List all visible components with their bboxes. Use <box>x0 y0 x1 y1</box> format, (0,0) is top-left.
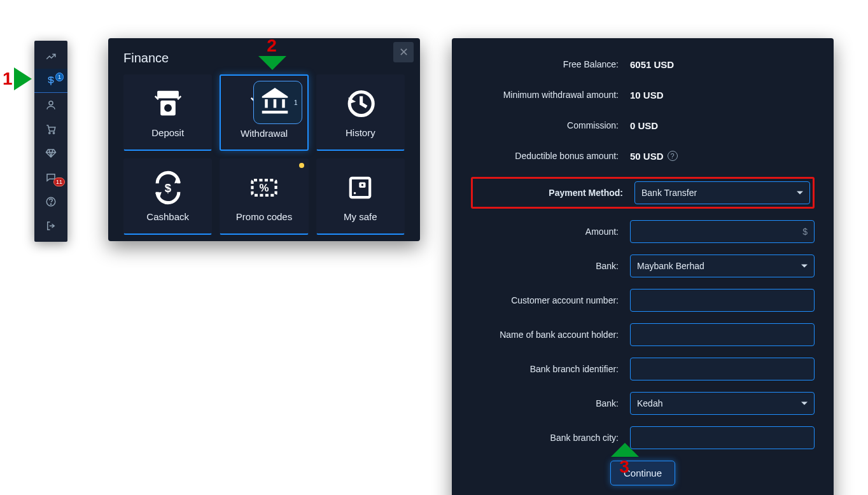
annotation-marker-1: 1 <box>3 67 32 90</box>
user-icon <box>45 99 57 111</box>
chevron-down-icon <box>801 265 808 268</box>
select-bank[interactable]: Maybank Berhad <box>630 254 815 277</box>
value-free-balance: 6051 USD <box>630 59 674 70</box>
sidebar: 1 11 <box>34 41 67 242</box>
promo-icon: % <box>247 171 281 205</box>
history-icon <box>343 87 377 121</box>
label-bank-region: Bank: <box>471 398 630 408</box>
input-branch-city[interactable] <box>630 426 815 449</box>
sidebar-badge: 1 <box>55 73 64 81</box>
svg-point-2 <box>53 132 54 134</box>
tile-cashback[interactable]: $ Cashback <box>123 158 212 235</box>
annotation-marker-3: 3 <box>611 443 639 477</box>
sidebar-item-chart[interactable] <box>34 45 67 69</box>
svg-point-18 <box>354 192 356 194</box>
amount-field[interactable] <box>637 227 808 237</box>
help-icon[interactable]: ? <box>668 151 678 161</box>
svg-point-0 <box>49 101 53 105</box>
arrow-down-icon <box>258 56 286 70</box>
tile-history[interactable]: History <box>316 74 405 151</box>
annotation-number-2: 2 <box>267 36 277 56</box>
account-number-field[interactable] <box>637 295 808 305</box>
label-payment-method: Payment Method: <box>475 188 634 198</box>
sidebar-item-cart[interactable] <box>34 117 67 141</box>
currency-suffix: $ <box>802 227 808 237</box>
chevron-down-icon <box>801 402 808 405</box>
label-min-withdrawal: Minimum withdrawal amount: <box>471 90 630 100</box>
tile-label: Deposit <box>151 127 184 138</box>
label-commission: Commission: <box>471 120 630 130</box>
svg-point-4 <box>50 204 51 204</box>
sidebar-item-profile[interactable] <box>34 93 67 117</box>
value-min-withdrawal: 10 USD <box>630 90 664 101</box>
tile-my-safe[interactable]: My safe <box>316 158 405 235</box>
chevron-down-icon <box>797 192 803 195</box>
svg-rect-5 <box>157 91 179 99</box>
tile-deposit[interactable]: Deposit <box>123 74 212 151</box>
input-branch-id[interactable] <box>630 358 815 380</box>
select-value: Kedah <box>637 398 662 408</box>
select-value: Maybank Berhad <box>637 261 704 271</box>
value-commission: 0 USD <box>630 120 658 131</box>
label-account-number: Customer account number: <box>471 295 630 305</box>
cart-icon <box>45 123 57 135</box>
tile-label: Withdrawal <box>241 128 288 139</box>
svg-text:$: $ <box>164 181 171 195</box>
sidebar-item-chat[interactable]: 11 <box>34 165 67 190</box>
row-free-balance: Free Balance: 6051 USD <box>471 55 815 74</box>
safe-icon <box>343 171 377 205</box>
tile-badge: 1 <box>253 81 302 124</box>
row-deductible: Deductible bonus amount: 50 USD ? <box>471 146 815 165</box>
cashback-icon: $ <box>151 171 185 205</box>
branch-city-field[interactable] <box>637 433 808 443</box>
row-commission: Commission: 0 USD <box>471 116 815 135</box>
sidebar-item-help[interactable] <box>34 190 67 214</box>
svg-point-7 <box>164 104 172 112</box>
sidebar-badge-chat: 11 <box>53 178 65 186</box>
svg-point-1 <box>49 132 50 134</box>
tile-badge-text: 1 <box>294 99 298 106</box>
tile-withdrawal[interactable]: 1 Withdrawal <box>220 74 308 151</box>
label-bank: Bank: <box>471 261 630 271</box>
annotation-number-3: 3 <box>619 457 629 477</box>
row-payment-method: Payment Method: Bank Transfer <box>471 177 815 209</box>
row-bank: Bank: Maybank Berhad <box>471 254 815 277</box>
tile-label: My safe <box>344 211 377 222</box>
deposit-icon <box>151 87 185 121</box>
select-bank-region[interactable]: Kedah <box>630 392 815 415</box>
label-branch-id: Bank branch identifier: <box>471 364 630 374</box>
close-button[interactable]: ✕ <box>393 42 414 62</box>
annotation-number-1: 1 <box>3 69 13 89</box>
holder-field[interactable] <box>637 330 808 340</box>
row-account-number: Customer account number: <box>471 289 815 312</box>
label-amount: Amount: <box>471 227 630 237</box>
input-holder[interactable] <box>630 323 815 346</box>
sidebar-item-finance[interactable]: 1 <box>34 69 67 93</box>
tile-label: Promo codes <box>236 211 292 222</box>
select-payment-method[interactable]: Bank Transfer <box>634 181 810 204</box>
sidebar-item-logout[interactable] <box>34 214 67 238</box>
bank-icon <box>258 82 292 116</box>
diamond-icon <box>45 148 57 159</box>
notification-dot-icon <box>299 163 304 168</box>
svg-text:%: % <box>259 182 269 194</box>
input-amount[interactable]: $ <box>630 220 815 243</box>
label-free-balance: Free Balance: <box>471 59 630 69</box>
row-bank-region: Bank: Kedah <box>471 392 815 415</box>
label-deductible: Deductible bonus amount: <box>471 151 630 161</box>
tile-promo-codes[interactable]: % Promo codes <box>220 158 308 235</box>
close-icon: ✕ <box>399 45 409 59</box>
row-min-withdrawal: Minimum withdrawal amount: 10 USD <box>471 85 815 104</box>
select-value: Bank Transfer <box>641 188 697 198</box>
input-account-number[interactable] <box>630 289 815 312</box>
logout-icon <box>45 220 57 232</box>
sidebar-item-diamond[interactable] <box>34 141 67 165</box>
svg-point-17 <box>361 184 363 186</box>
row-amount: Amount: $ <box>471 220 815 243</box>
branch-id-field[interactable] <box>637 364 808 374</box>
label-branch-city: Bank branch city: <box>471 433 630 443</box>
chart-line-icon <box>45 51 57 62</box>
row-holder: Name of bank account holder: <box>471 323 815 346</box>
withdrawal-form: Free Balance: 6051 USD Minimum withdrawa… <box>452 38 834 495</box>
finance-grid: Deposit 1 Withdrawal History $ Cashback … <box>123 74 405 235</box>
